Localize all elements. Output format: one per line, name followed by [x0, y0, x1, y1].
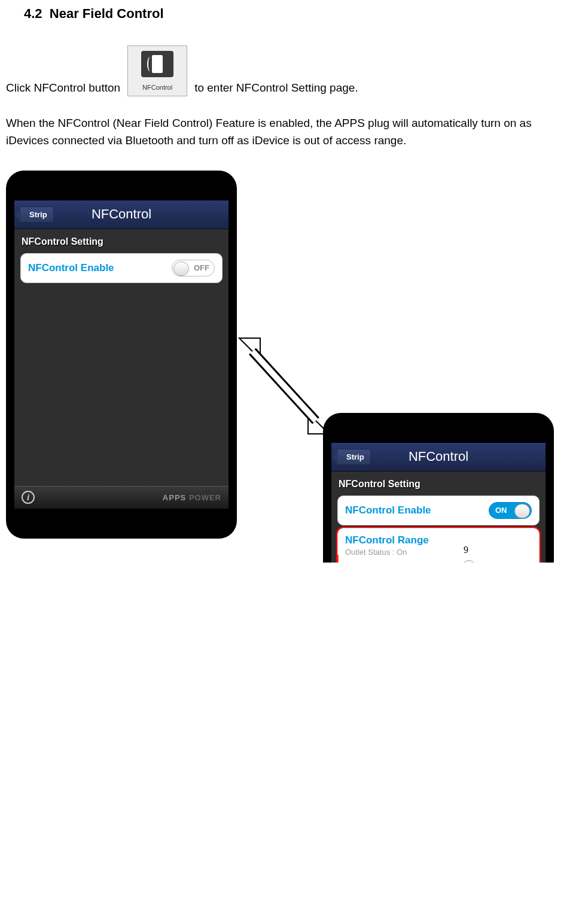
nfcontrol-range-label: NFControl Range [345, 534, 532, 546]
nfcontrol-enable-row: NFControl Enable ON [337, 496, 540, 525]
slider-thumb[interactable] [462, 560, 476, 563]
section-heading: 4.2 Near Field Control [24, 6, 558, 22]
phone-mockup-off: Strip NFControl NFControl Setting NFCont… [6, 171, 237, 539]
page-number: 9 [464, 545, 468, 555]
nfcontrol-enable-row: NFControl Enable OFF [20, 253, 223, 283]
nfcontrol-range-row: NFControl Range Outlet Status : On [337, 528, 540, 563]
nfcontrol-enable-label: NFControl Enable [345, 504, 431, 516]
nav-bar: Strip NFControl [331, 443, 546, 472]
nav-bar: Strip NFControl [14, 200, 228, 229]
paragraph-2: When the NFControl (Near Field Control) … [6, 114, 558, 150]
back-button-strip[interactable]: Strip [19, 206, 54, 223]
nfcontrol-toggle-off[interactable]: OFF [172, 260, 215, 276]
nfcontrol-toggle-on[interactable]: ON [489, 502, 532, 519]
footer-bar: i APPS POWER [14, 486, 228, 509]
double-arrow-icon [233, 335, 335, 437]
nfcontrol-icon-label: NFControl [128, 83, 187, 92]
info-icon[interactable]: i [22, 491, 35, 504]
nfcontrol-setting-label: NFControl Setting [331, 472, 546, 493]
para1-before: Click NFControl button [6, 80, 120, 96]
back-button-strip[interactable]: Strip [336, 449, 371, 465]
para1-after: to enter NFControl Setting page. [194, 80, 358, 96]
svg-line-3 [252, 351, 316, 421]
paragraph-1: Click NFControl button NFControl to ente… [6, 45, 558, 96]
phone-mockup-on: Strip NFControl NFControl Setting NFCont… [323, 413, 554, 563]
nfcontrol-setting-label: NFControl Setting [14, 229, 228, 251]
footer-logo: APPS POWER [163, 493, 221, 502]
callout-connector [114, 555, 340, 563]
outlet-status-label: Outlet Status : On [345, 548, 532, 557]
section-number: 4.2 [24, 6, 42, 21]
nfcontrol-enable-label: NFControl Enable [28, 262, 114, 274]
section-title: Near Field Control [50, 6, 164, 21]
nfcontrol-app-icon: NFControl [127, 45, 187, 96]
